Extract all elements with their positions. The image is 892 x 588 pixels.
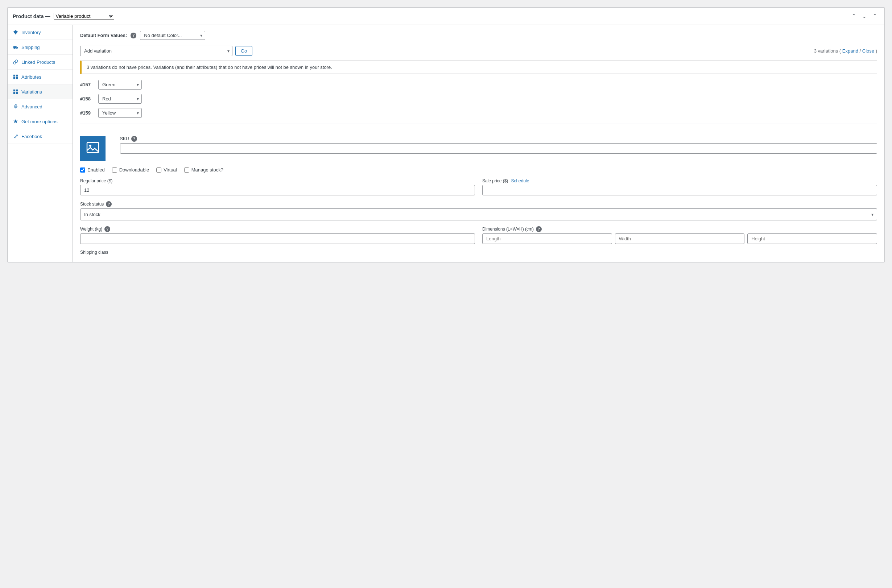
default-form-row: Default Form Values: ? No default Color.… <box>80 31 877 40</box>
schedule-link[interactable]: Schedule <box>511 178 529 183</box>
sku-help-icon[interactable]: ? <box>131 136 137 142</box>
variation-row-159: #159 Green Red Yellow Blue <box>80 108 877 118</box>
stock-status-help-icon[interactable]: ? <box>106 201 112 207</box>
dimensions-field: Dimensions (L×W×H) (cm) ? <box>482 226 877 244</box>
sale-price-field: Sale price ($) Schedule <box>482 178 877 195</box>
default-form-help-icon[interactable]: ? <box>131 33 136 38</box>
section-separator <box>80 124 877 124</box>
variation-image-row: SKU ? <box>80 136 877 161</box>
sale-price-label: Sale price ($) Schedule <box>482 178 877 183</box>
dimensions-help-icon[interactable]: ? <box>536 226 542 232</box>
sidebar-label-inventory: Inventory <box>21 30 41 35</box>
downloadable-checkbox[interactable] <box>112 168 117 172</box>
manage-stock-checkbox[interactable] <box>184 168 189 172</box>
image-placeholder-icon <box>86 141 99 157</box>
stock-status-label: Stock status ? <box>80 201 877 207</box>
title-text: Product data — <box>13 14 50 19</box>
sidebar-item-advanced[interactable]: Advanced <box>8 99 72 114</box>
svg-rect-1 <box>17 47 18 49</box>
virtual-checkbox[interactable] <box>156 168 161 172</box>
variations-count: 3 variations ( Expand / Close ) <box>814 48 877 54</box>
grid-icon-attributes <box>13 74 18 80</box>
color-select[interactable]: No default Color... Green Red Yellow <box>140 31 205 40</box>
sidebar-item-shipping[interactable]: Shipping <box>8 40 72 55</box>
svg-rect-8 <box>14 90 15 92</box>
sidebar-label-facebook: Facebook <box>21 134 42 139</box>
variation-color-158[interactable]: Green Red Yellow Blue <box>98 94 142 104</box>
sidebar-label-variations: Variations <box>21 89 42 94</box>
sidebar-label-shipping: Shipping <box>21 45 40 50</box>
sidebar-label-advanced: Advanced <box>21 104 42 110</box>
manage-stock-checkbox-item[interactable]: Manage stock? <box>184 167 223 172</box>
sidebar-label-linked-products: Linked Products <box>21 60 55 65</box>
variation-color-select-159[interactable]: Green Red Yellow Blue <box>98 108 142 118</box>
sidebar-item-inventory[interactable]: Inventory <box>8 25 72 40</box>
color-select-wrapper[interactable]: No default Color... Green Red Yellow <box>140 31 205 40</box>
enabled-label: Enabled <box>87 167 105 172</box>
sidebar-label-attributes: Attributes <box>21 74 41 80</box>
warning-text: 3 variations do not have prices. Variati… <box>87 64 332 70</box>
default-form-label: Default Form Values: <box>80 33 127 38</box>
svg-rect-10 <box>14 92 15 94</box>
svg-point-2 <box>14 48 15 49</box>
product-type-select[interactable]: Simple product Variable product Grouped … <box>54 13 114 20</box>
sidebar-item-linked-products[interactable]: Linked Products <box>8 55 72 70</box>
variation-add-row: Add variation Add all variations Go 3 va… <box>80 46 877 56</box>
svg-rect-0 <box>14 46 17 48</box>
svg-rect-4 <box>14 75 15 76</box>
enabled-checkbox[interactable] <box>80 168 85 172</box>
stock-status-select-wrapper[interactable]: In stock Out of stock On backorder <box>80 208 877 220</box>
collapse-toggle-button[interactable]: ⌃ <box>870 11 879 21</box>
sku-label: SKU ? <box>120 136 877 142</box>
wrench-icon <box>13 134 18 139</box>
sidebar-item-facebook[interactable]: Facebook <box>8 129 72 144</box>
shipping-class-row: Shipping class <box>80 250 877 255</box>
sidebar-item-variations[interactable]: Variations <box>8 84 72 99</box>
collapse-down-button[interactable]: ⌄ <box>860 11 869 21</box>
expand-link[interactable]: Expand <box>842 48 858 54</box>
add-variation-select[interactable]: Add variation Add all variations <box>80 46 233 56</box>
collapse-up-button[interactable]: ⌃ <box>849 11 858 21</box>
variation-color-select-157[interactable]: Green Red Yellow Blue <box>98 80 142 90</box>
regular-price-input[interactable] <box>80 185 475 195</box>
product-type-selector[interactable]: Simple product Variable product Grouped … <box>54 13 114 20</box>
variation-color-159[interactable]: Green Red Yellow Blue <box>98 108 142 118</box>
add-variation-select-wrapper[interactable]: Add variation Add all variations <box>80 46 233 56</box>
main-content: Default Form Values: ? No default Color.… <box>73 25 884 262</box>
close-link[interactable]: Close <box>862 48 874 54</box>
height-input[interactable] <box>747 234 877 244</box>
length-input[interactable] <box>482 234 612 244</box>
svg-rect-7 <box>16 77 18 79</box>
dimensions-inputs <box>482 234 877 244</box>
variation-image-box[interactable] <box>80 136 105 161</box>
price-row: Regular price ($) Sale price ($) Schedul… <box>80 178 877 195</box>
weight-help-icon[interactable]: ? <box>104 226 110 232</box>
grid-icon-variations <box>13 89 18 94</box>
variation-color-157[interactable]: Green Red Yellow Blue <box>98 80 142 90</box>
diamond-icon <box>13 29 18 35</box>
virtual-checkbox-item[interactable]: Virtual <box>156 167 177 172</box>
stock-status-select[interactable]: In stock Out of stock On backorder <box>80 208 877 220</box>
sidebar-item-get-more-options[interactable]: Get more options <box>8 114 72 129</box>
sidebar-item-attributes[interactable]: Attributes <box>8 70 72 84</box>
variation-row-158: #158 Green Red Yellow Blue <box>80 94 877 104</box>
enabled-checkbox-item[interactable]: Enabled <box>80 167 105 172</box>
sale-price-input[interactable] <box>482 185 877 195</box>
svg-rect-5 <box>16 75 18 76</box>
variation-color-select-158[interactable]: Green Red Yellow Blue <box>98 94 142 104</box>
variation-id-157: #157 <box>80 82 95 87</box>
stock-status-row: Stock status ? In stock Out of stock On … <box>80 201 877 220</box>
header-actions: ⌃ ⌄ ⌃ <box>849 11 879 21</box>
manage-stock-label: Manage stock? <box>191 167 223 172</box>
star-icon <box>13 118 18 124</box>
sku-input[interactable] <box>120 143 877 154</box>
go-button[interactable]: Go <box>235 46 252 56</box>
svg-rect-11 <box>16 92 18 94</box>
weight-label: Weight (kg) ? <box>80 226 475 232</box>
weight-input[interactable] <box>80 234 475 244</box>
downloadable-checkbox-item[interactable]: Downloadable <box>112 167 149 172</box>
variation-detail-section: SKU ? Enabled Downloadable <box>80 130 877 255</box>
width-input[interactable] <box>615 234 745 244</box>
virtual-label: Virtual <box>164 167 177 172</box>
dimensions-label: Dimensions (L×W×H) (cm) ? <box>482 226 877 232</box>
